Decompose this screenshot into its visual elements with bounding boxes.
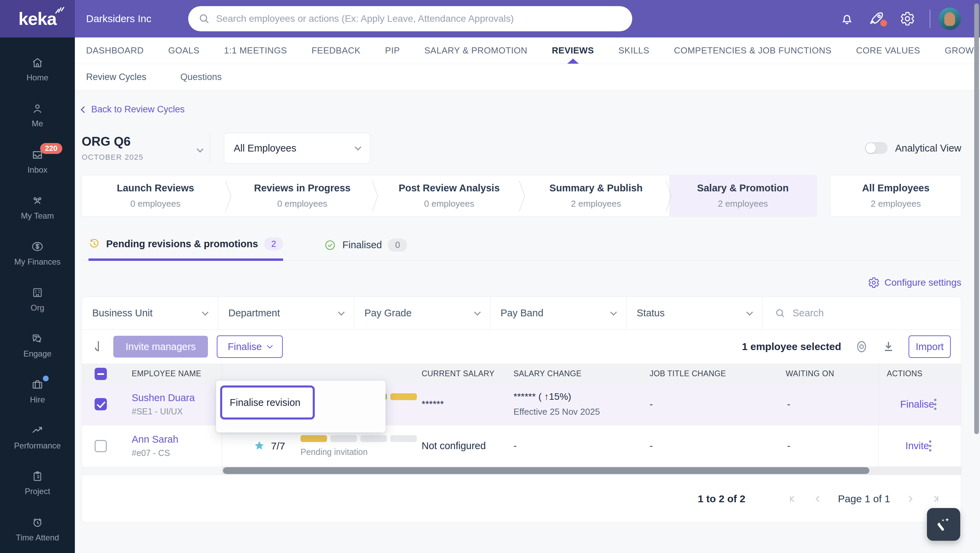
next-page-icon[interactable] [905, 494, 915, 504]
last-page-icon[interactable] [930, 494, 940, 504]
waiting-on-value: - [787, 399, 878, 410]
analytical-view-control: Analytical View [865, 142, 961, 154]
sidebar-item-org[interactable]: Org [0, 276, 75, 322]
tab-pip[interactable]: PIP [385, 37, 400, 64]
top-bar: keka Darksiders Inc [0, 0, 980, 37]
topbar-divider [930, 10, 930, 28]
employee-name-link[interactable]: Sushen Duara [132, 392, 222, 403]
sidebar-item-my-team[interactable]: My Team [0, 184, 75, 230]
tab-goals[interactable]: GOALS [168, 37, 199, 64]
chat-icon [31, 332, 44, 345]
selected-count-text: 1 employee selected [742, 341, 841, 352]
search-icon [775, 308, 786, 319]
review-pipeline: Launch Reviews 0 employees Reviews in Pr… [82, 175, 961, 217]
person-icon [31, 102, 43, 115]
employee-name-link[interactable]: Ann Sarah [132, 434, 222, 445]
progress-status: Pending invitation [301, 447, 419, 457]
finalise-dropdown-button[interactable]: Finalise [217, 335, 283, 358]
tab-competencies[interactable]: COMPETENCIES & JOB FUNCTIONS [674, 37, 831, 64]
tab-reviews[interactable]: REVIEWS [552, 37, 594, 64]
cycle-selector[interactable]: ORG Q6 OCTOBER 2025 [82, 134, 202, 162]
sidebar-item-engage[interactable]: Engage [0, 322, 75, 368]
stage-separator [225, 180, 232, 212]
menu-item-finalise-revision[interactable]: Finalise revision [220, 386, 315, 419]
sidebar-item-home[interactable]: Home [0, 46, 75, 92]
filter-department[interactable]: Department [218, 297, 354, 329]
filter-status[interactable]: Status [627, 297, 762, 329]
notifications-bell-icon[interactable] [840, 0, 854, 37]
invite-managers-button[interactable]: Invite managers [113, 336, 208, 357]
employee-filter-select[interactable]: All Employees [224, 133, 370, 163]
sort-arrow-down-icon[interactable] [92, 340, 105, 354]
global-search-input[interactable] [216, 13, 622, 24]
tab-finalised[interactable]: Finalised 0 [324, 237, 407, 261]
back-to-review-cycles-link[interactable]: Back to Review Cycles [82, 104, 185, 115]
sidebar-item-inbox[interactable]: Inbox 220 [0, 138, 75, 184]
filter-business-unit[interactable]: Business Unit [82, 297, 218, 329]
analytical-view-label: Analytical View [895, 143, 961, 154]
magic-wand-button[interactable] [927, 508, 960, 541]
whats-new-rocket-icon[interactable] [869, 0, 885, 37]
kebab-menu-icon[interactable] [929, 440, 931, 451]
table-search[interactable] [762, 297, 961, 329]
check-circle-icon [324, 239, 336, 251]
alarm-clock-icon [31, 516, 44, 529]
table-search-input[interactable] [792, 308, 949, 319]
kebab-menu-icon[interactable] [934, 399, 937, 410]
stage-reviews-in-progress[interactable]: Reviews in Progress 0 employees [229, 175, 376, 216]
download-icon[interactable] [882, 340, 895, 353]
col-employee-name: EMPLOYEE NAME [119, 364, 222, 383]
analytical-view-toggle[interactable] [865, 142, 888, 154]
building-icon [31, 286, 44, 299]
stage-salary-promotion[interactable]: Salary & Promotion 2 employees [669, 175, 816, 216]
col-job-title-change: JOB TITLE CHANGE [647, 364, 783, 383]
sub-nav: Review Cycles Questions [75, 64, 980, 91]
salary-change-value: - [514, 440, 647, 451]
settings-gear-icon[interactable] [900, 0, 915, 37]
col-waiting-on: WAITING ON [783, 364, 878, 383]
user-avatar[interactable] [939, 8, 961, 30]
gear-icon [868, 277, 880, 288]
row-action-invite[interactable]: Invite [905, 440, 929, 451]
sidebar-item-my-finances[interactable]: My Finances [0, 230, 75, 276]
row-checkbox[interactable] [95, 398, 107, 410]
tab-1-1-meetings[interactable]: 1:1 MEETINGS [224, 37, 287, 64]
row-action-finalise[interactable]: Finalise [900, 399, 934, 410]
tab-skills[interactable]: SKILLS [618, 37, 649, 64]
rocket-badge-dot [880, 20, 887, 27]
tab-feedback[interactable]: FEEDBACK [311, 37, 360, 64]
stage-summary-publish[interactable]: Summary & Publish 2 employees [523, 175, 670, 216]
tab-dashboard[interactable]: DASHBOARD [86, 37, 143, 64]
stage-launch-reviews[interactable]: Launch Reviews 0 employees [82, 175, 229, 216]
sidebar-item-performance[interactable]: Performance [0, 414, 75, 460]
subnav-questions[interactable]: Questions [180, 72, 222, 83]
hscroll-thumb[interactable] [223, 467, 869, 474]
waiting-on-value: - [787, 440, 878, 451]
prev-page-icon[interactable] [813, 494, 823, 504]
global-search[interactable] [188, 6, 632, 31]
stage-post-review-analysis[interactable]: Post Review Analysis 0 employees [375, 175, 523, 216]
inbox-count-badge: 220 [40, 143, 62, 154]
import-button[interactable]: Import [908, 335, 951, 358]
sidebar-item-me[interactable]: Me [0, 92, 75, 138]
keka-logo[interactable]: keka [0, 0, 75, 37]
sidebar-item-project[interactable]: Project [0, 460, 75, 506]
job-title-change-value: - [649, 399, 783, 410]
tab-salary-promotion[interactable]: SALARY & PROMOTION [424, 37, 527, 64]
sidebar-item-time-attend[interactable]: Time Attend [0, 506, 75, 552]
employee-id: #e07 - CS [132, 448, 222, 458]
row-checkbox[interactable] [95, 440, 107, 452]
configure-settings-link[interactable]: Configure settings [868, 277, 961, 288]
vertical-scrollbar-thumb[interactable] [974, 3, 979, 434]
filter-pay-band[interactable]: Pay Band [490, 297, 627, 329]
subnav-review-cycles[interactable]: Review Cycles [86, 72, 146, 83]
stage-all-employees[interactable]: All Employees 2 employees [830, 175, 961, 217]
sidebar: Home Me Inbox 220 My Team My Finances Or… [0, 37, 75, 553]
tab-pending-revisions[interactable]: Pending revisions & promotions 2 [89, 237, 283, 261]
tab-core-values[interactable]: CORE VALUES [856, 37, 920, 64]
filter-pay-grade[interactable]: Pay Grade [354, 297, 490, 329]
select-all-checkbox[interactable] [95, 368, 107, 380]
preview-eye-icon[interactable] [855, 340, 869, 354]
first-page-icon[interactable] [788, 494, 798, 504]
sidebar-item-hire[interactable]: Hire [0, 368, 75, 414]
